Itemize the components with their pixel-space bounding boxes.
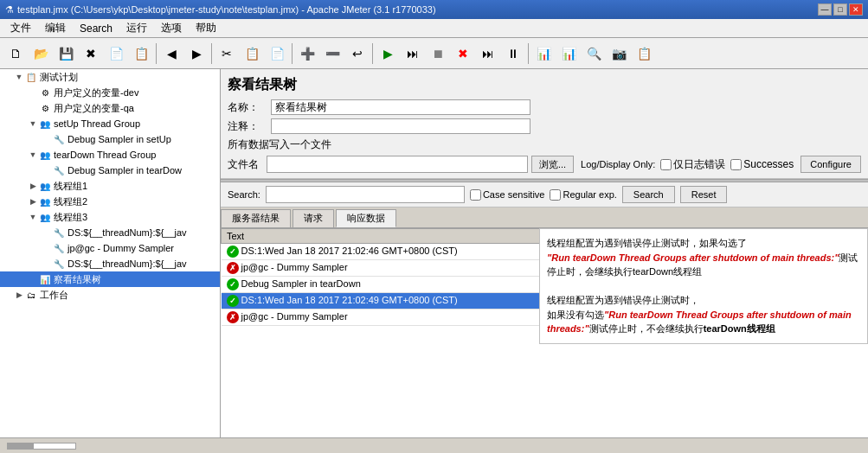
errors-checkbox-label[interactable]: 仅日志错误 [660,157,725,172]
expand-var-dev [28,87,38,98]
tree-item-results[interactable]: 📊 察看结果树 [0,271,220,287]
expand-setup[interactable]: ▼ [28,118,38,129]
search-input[interactable] [266,186,465,203]
tree-item-var-qa[interactable]: ⚙ 用户定义的变量-qa [0,100,220,116]
errors-checkbox[interactable] [660,159,672,170]
tb-toggle[interactable]: ↩ [345,41,370,66]
rv-comment-input[interactable] [271,118,530,134]
tab-server-results[interactable]: 服务器结果 [221,209,291,227]
menu-options[interactable]: 选项 [154,19,189,37]
tree-item-teardown[interactable]: ▼ 👥 tearDown Thread Group [0,147,220,163]
menu-search[interactable]: Search [73,21,119,36]
tree-item-testplan[interactable]: ▼ 📋 测试计划 [0,69,220,85]
tb-redo[interactable]: ▶ [184,41,209,66]
configure-button[interactable]: Configure [800,156,861,173]
rv-name-input[interactable] [271,99,530,115]
search-label: Search: [228,189,260,200]
rv-browse-button[interactable]: 浏览... [531,156,574,173]
tb-start[interactable]: ▶ [376,41,400,66]
regular-exp-label[interactable]: Regular exp. [550,189,616,201]
regular-exp-text: Regular exp. [563,189,616,200]
successes-checkbox[interactable] [730,159,742,170]
tb-save[interactable]: 💾 [54,41,78,66]
regular-exp-checkbox[interactable] [550,189,561,201]
reset-button[interactable]: Reset [680,186,728,203]
menu-edit[interactable]: 编辑 [38,19,73,37]
close-button[interactable]: ✕ [849,3,863,16]
maximize-button[interactable]: □ [833,3,847,16]
tb-undo[interactable]: ◀ [159,41,183,66]
debug-setup-icon: 🔧 [52,132,66,146]
rv-file-label: 文件名 [228,157,267,172]
tb-paste[interactable]: 📄 [265,41,289,66]
case-sensitive-checkbox[interactable] [470,189,481,201]
tree-item-setup[interactable]: ▼ 👥 setUp Thread Group [0,116,220,131]
rv-name-label: 名称： [228,100,271,115]
expand-group3[interactable]: ▼ [28,212,38,222]
tooltip-line4: 线程组配置为遇到错误停止测试时， [547,293,860,308]
tree-item-group1[interactable]: ▶ 👥 线程组1 [0,178,220,194]
tree-item-ds1[interactable]: 🔧 DS:${__threadNum}:${__jav [0,225,220,240]
tb-remote-start[interactable]: ⏭ [476,41,500,66]
tb-saveas[interactable]: 📄 [104,41,128,66]
expand-workbench[interactable]: ▶ [14,290,24,300]
case-sensitive-label[interactable]: Case sensitive [470,189,545,201]
tb-cut[interactable]: ✂ [215,41,239,66]
tb-remote-stop[interactable]: ⏸ [501,41,525,66]
tab-response-data[interactable]: 响应数据 [336,209,396,227]
tb-copy[interactable]: 📋 [240,41,264,66]
tb-templates[interactable]: 📋 [129,41,153,66]
tree-item-group2[interactable]: ▶ 👥 线程组2 [0,194,220,209]
right-panel: 察看结果树 名称： 注释： 所有数据写入一个文件 文件名 浏览... Log/D… [221,69,868,437]
status-scrollbar[interactable] [7,443,76,450]
tb-stop[interactable]: ⏹ [426,41,450,66]
menu-file[interactable]: 文件 [3,19,38,37]
tree-item-dummy1[interactable]: 🔧 jp@gc - Dummy Sampler [0,240,220,256]
expand-testplan[interactable]: ▼ [14,72,24,82]
tree-item-var-dev[interactable]: ⚙ 用户定义的变量-dev [0,85,220,100]
tb-expand[interactable]: ➕ [295,41,319,66]
tb-start-nopauses[interactable]: ⏭ [401,41,425,66]
tb-collapse[interactable]: ➖ [320,41,344,66]
result-text-4: DS:1:Wed Jan 18 2017 21:02:49 GMT+0800 (… [241,295,458,305]
tb-search[interactable]: 🔍 [582,41,606,66]
log-display-label: Log/Display Only: [581,159,655,169]
rv-header: 察看结果树 名称： 注释： 所有数据写入一个文件 文件名 浏览... Log/D… [221,69,868,179]
tb-screenshot[interactable]: 📷 [607,41,631,66]
tree-label-workbench: 工作台 [38,289,68,302]
dummy1-icon: 🔧 [52,241,66,255]
tree-label-group1: 线程组1 [52,180,87,193]
expand-group2[interactable]: ▶ [28,196,38,207]
result-text-5: jp@gc - Dummy Sampler [241,311,348,322]
menu-help[interactable]: 帮助 [189,19,223,37]
tb-close[interactable]: ✖ [79,41,103,66]
expand-group1[interactable]: ▶ [28,181,38,191]
debug-teardown-icon: 🔧 [52,163,66,177]
title-bar: ⚗ testplan.jmx (C:\Users\ykp\Desktop\jme… [0,0,868,19]
tb-new[interactable]: 🗋 [3,41,28,66]
tb-report2[interactable]: 📊 [556,41,581,66]
menu-run[interactable]: 运行 [119,19,154,37]
tree-label-ds1: DS:${__threadNum}:${__jav [66,227,187,238]
ds1-icon: 🔧 [52,226,66,239]
search-button[interactable]: Search [622,186,675,203]
tree-item-ds2[interactable]: 🔧 DS:${__threadNum}:${__jav [0,256,220,271]
tb-open[interactable]: 📂 [29,41,53,66]
result-text-2: jp@gc - Dummy Sampler [241,262,348,272]
tooltip-line5: 如果没有勾选"Run tearDown Thread Groups after … [547,308,860,336]
tb-shutdown[interactable]: ✖ [451,41,475,66]
tree-item-group3[interactable]: ▼ 👥 线程组3 [0,209,220,225]
expand-teardown[interactable]: ▼ [28,150,38,160]
minimize-button[interactable]: — [818,3,832,16]
status-icon-ok-1: ✓ [227,246,239,258]
successes-label: Successes [743,158,794,170]
tree-item-workbench[interactable]: ▶ 🗂 工作台 [0,287,220,303]
tab-request[interactable]: 请求 [293,209,334,227]
tree-item-debug-teardown[interactable]: 🔧 Debug Sampler in tearDow [0,163,220,178]
tree-item-debug-setup[interactable]: 🔧 Debug Sampler in setUp [0,131,220,147]
rv-file-input[interactable] [267,156,528,173]
tb-help2[interactable]: 📋 [632,41,656,66]
successes-checkbox-label[interactable]: Successes [730,158,794,170]
tree-label-teardown: tearDown Thread Group [52,150,156,160]
tb-report1[interactable]: 📊 [531,41,556,66]
